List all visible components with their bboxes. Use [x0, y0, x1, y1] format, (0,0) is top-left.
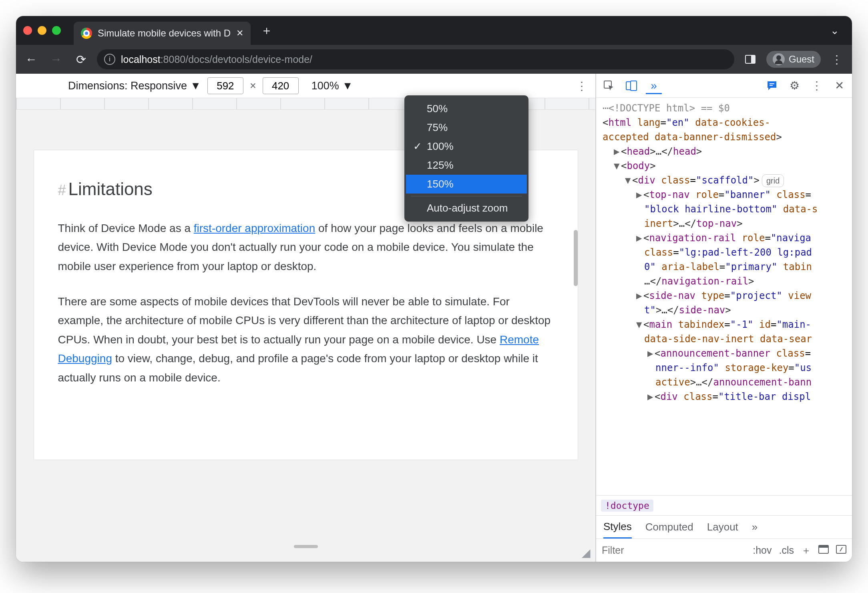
close-devtools-icon[interactable]: ✕ — [831, 78, 847, 94]
profile-button[interactable]: Guest — [766, 51, 821, 68]
more-tabs-icon[interactable]: » — [646, 78, 662, 94]
zoom-option-125[interactable]: 125% — [406, 156, 527, 175]
zoom-auto-adjust[interactable]: Auto-adjust zoom — [406, 199, 527, 218]
link-first-order-approximation[interactable]: first-order approximation — [194, 222, 315, 234]
toggle-cls-button[interactable]: .cls — [779, 545, 794, 556]
back-button[interactable]: ← — [22, 50, 40, 68]
styles-filter-input[interactable] — [602, 545, 646, 556]
paragraph-2: There are some aspects of mobile devices… — [58, 292, 554, 387]
chevron-down-icon: ▼ — [190, 80, 201, 92]
tab-layout[interactable]: Layout — [707, 521, 738, 533]
minimize-window-button[interactable] — [38, 26, 46, 35]
forward-button[interactable]: → — [47, 50, 65, 68]
new-style-rule-icon[interactable]: ＋ — [801, 544, 811, 557]
svg-rect-8 — [819, 545, 828, 548]
svg-rect-4 — [631, 81, 637, 91]
tab-title: Simulate mobile devices with D — [98, 28, 231, 39]
inspect-element-icon[interactable] — [601, 78, 617, 94]
content-area: Dimensions: Responsive ▼ × 100% ▼ ⋮ 50% … — [16, 74, 852, 562]
reload-button[interactable]: ⟳ — [72, 50, 90, 68]
svg-rect-1 — [751, 55, 755, 63]
paragraph-1: Think of Device Mode as a first-order ap… — [58, 219, 554, 276]
toggle-device-toolbar-icon[interactable] — [623, 78, 639, 94]
device-mode-panel: Dimensions: Responsive ▼ × 100% ▼ ⋮ 50% … — [16, 74, 596, 562]
toggle-rendering-icon[interactable] — [836, 545, 846, 556]
browser-tab[interactable]: Simulate mobile devices with D ✕ — [74, 22, 251, 45]
zoom-option-150[interactable]: 150% — [406, 175, 527, 194]
tab-computed[interactable]: Computed — [645, 521, 693, 533]
viewport-resize-handle-bottom[interactable] — [294, 545, 318, 548]
height-input[interactable] — [263, 77, 299, 94]
site-info-icon[interactable]: i — [104, 54, 115, 65]
viewport-scrollbar[interactable] — [574, 230, 578, 286]
url-path: /docs/devtools/device-mode/ — [185, 54, 312, 65]
avatar-icon — [773, 53, 785, 65]
settings-gear-icon[interactable]: ⚙ — [786, 78, 802, 94]
zoom-dropdown[interactable]: 100% ▼ — [311, 80, 353, 92]
browser-window: Simulate mobile devices with D ✕ ＋ ⌄ ← →… — [16, 16, 852, 562]
profile-label: Guest — [789, 54, 814, 65]
tab-styles[interactable]: Styles — [603, 516, 632, 539]
grid-badge[interactable]: grid — [762, 174, 784, 187]
dimensions-dropdown[interactable]: Dimensions: Responsive ▼ — [68, 80, 201, 92]
tab-search-icon[interactable]: ⌄ — [830, 24, 845, 37]
width-input[interactable] — [207, 77, 243, 94]
zoom-menu-popup: 50% 75% 100% 125% 150% Auto-adjust zoom — [404, 95, 528, 222]
side-panel-icon[interactable] — [741, 50, 759, 68]
zoom-option-50[interactable]: 50% — [406, 99, 527, 118]
close-window-button[interactable] — [23, 26, 32, 35]
styles-tabbar: Styles Computed Layout » — [596, 515, 852, 539]
computed-sidebar-icon[interactable] — [818, 545, 829, 556]
url-host: localhost — [121, 54, 161, 65]
viewport-resize-handle-corner[interactable]: ◢ — [577, 543, 595, 562]
styles-toolbar: :hov .cls ＋ — [596, 539, 852, 562]
tab-strip: Simulate mobile devices with D ✕ ＋ ⌄ — [16, 16, 852, 45]
url-port: :8080 — [161, 54, 186, 65]
elements-tree[interactable]: ⋯<!DOCTYPE html> == $0 <html lang="en" d… — [596, 98, 852, 495]
window-controls — [23, 26, 61, 35]
elements-breadcrumbs[interactable]: !doctype — [596, 495, 852, 515]
browser-menu-button[interactable]: ⋮ — [828, 53, 846, 66]
more-styles-tabs-icon[interactable]: » — [752, 521, 757, 533]
zoom-option-100[interactable]: 100% — [406, 137, 527, 156]
address-bar[interactable]: i localhost:8080/docs/devtools/device-mo… — [97, 49, 734, 69]
chevron-down-icon: ▼ — [342, 80, 353, 92]
feedback-icon[interactable] — [764, 78, 780, 94]
maximize-window-button[interactable] — [52, 26, 61, 35]
toggle-hov-button[interactable]: :hov — [753, 545, 772, 556]
menu-separator — [411, 196, 522, 196]
devtools-menu-icon[interactable]: ⋮ — [809, 78, 825, 94]
devtools-panel: » ⚙ ⋮ ✕ ⋯<!DOCTYPE html> == $0 <html lan… — [596, 74, 852, 562]
dimension-separator: × — [250, 80, 256, 92]
new-tab-button[interactable]: ＋ — [258, 22, 275, 39]
device-toolbar-menu[interactable]: ⋮ — [576, 79, 587, 93]
close-tab-icon[interactable]: ✕ — [236, 28, 243, 38]
hash-anchor-icon: # — [58, 182, 66, 198]
browser-toolbar: ← → ⟳ i localhost:8080/docs/devtools/dev… — [16, 45, 852, 74]
device-toolbar: Dimensions: Responsive ▼ × 100% ▼ ⋮ 50% … — [16, 74, 595, 98]
zoom-option-75[interactable]: 75% — [406, 118, 527, 137]
svg-rect-5 — [770, 83, 774, 84]
svg-rect-6 — [770, 85, 773, 86]
devtools-tabbar: » ⚙ ⋮ ✕ — [596, 74, 852, 98]
breadcrumb-doctype[interactable]: !doctype — [601, 500, 653, 512]
chrome-favicon-icon — [81, 28, 92, 39]
